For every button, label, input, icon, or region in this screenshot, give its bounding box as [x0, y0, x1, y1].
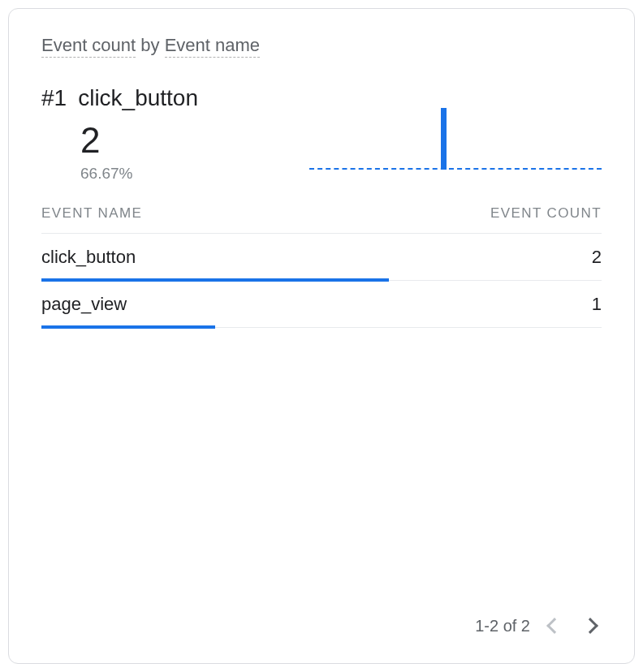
pager-prev-button[interactable]: [543, 614, 566, 637]
card-title: Event count by Event name: [41, 35, 602, 56]
table-row[interactable]: click_button2: [41, 234, 602, 281]
event-table: EVENT NAME EVENT COUNT click_button2page…: [41, 205, 602, 328]
title-by: by: [136, 35, 164, 55]
row-event-name: click_button: [41, 247, 136, 268]
dimension-selector[interactable]: Event name: [165, 35, 260, 58]
sparkline-baseline: [309, 168, 602, 170]
top-event-name: click_button: [78, 85, 198, 111]
top-rank-name: #1 click_button: [41, 85, 198, 111]
pager-label: 1-2 of 2: [475, 617, 530, 635]
row-event-name: page_view: [41, 294, 127, 315]
row-event-count: 1: [592, 294, 602, 315]
row-event-count: 2: [592, 247, 602, 268]
top-percent: 66.67%: [80, 165, 198, 183]
header-event-name: EVENT NAME: [41, 205, 142, 222]
header-event-count: EVENT COUNT: [490, 205, 602, 222]
sparkline-bar: [441, 108, 447, 170]
table-body: click_button2page_view1: [41, 234, 602, 328]
top-rank: #1: [41, 85, 67, 111]
sparkline-chart: [309, 108, 602, 170]
top-info: #1 click_button 2 66.67%: [41, 85, 198, 183]
pager: 1-2 of 2: [475, 614, 602, 637]
sparkline-wrap: [198, 95, 602, 170]
pager-next-button[interactable]: [579, 614, 602, 637]
top-value: 2: [80, 121, 198, 160]
table-header: EVENT NAME EVENT COUNT: [41, 205, 602, 234]
top-summary-row: #1 click_button 2 66.67%: [41, 85, 602, 183]
row-bar: [41, 325, 215, 329]
event-count-card: Event count by Event name #1 click_butto…: [8, 8, 635, 664]
metric-selector[interactable]: Event count: [41, 35, 136, 58]
table-row[interactable]: page_view1: [41, 281, 602, 328]
chevron-right-icon: [582, 618, 598, 634]
chevron-left-icon: [546, 618, 563, 634]
